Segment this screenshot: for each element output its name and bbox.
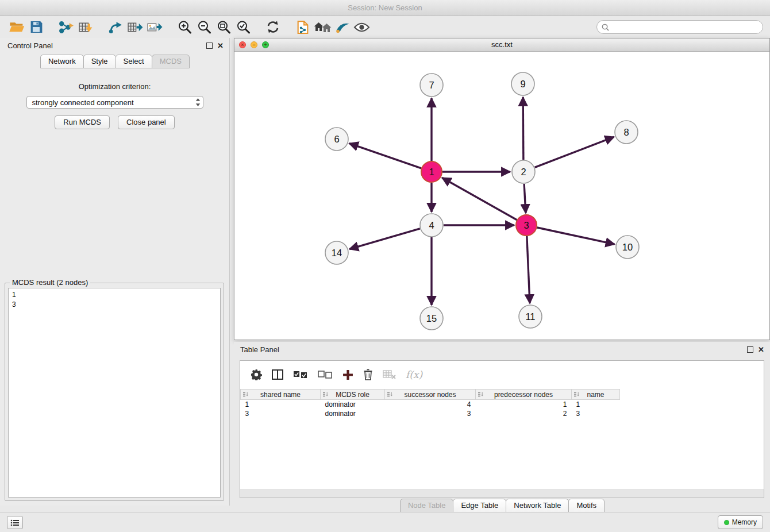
import-network-icon[interactable] xyxy=(56,18,76,36)
import-table-icon[interactable] xyxy=(76,18,95,36)
zoom-fit-icon[interactable] xyxy=(214,18,233,36)
export-image-icon[interactable] xyxy=(145,18,164,36)
table-cell[interactable]: 3 xyxy=(241,409,321,418)
toolbar-search[interactable] xyxy=(596,20,763,34)
graph-edge[interactable] xyxy=(527,236,530,303)
tab-style[interactable]: Style xyxy=(83,55,116,68)
column-header-predecessor-nodes[interactable]: predecessor nodes xyxy=(476,390,572,400)
delete-column-icon[interactable] xyxy=(363,369,373,380)
table-settings-gear-icon[interactable] xyxy=(251,369,262,380)
table-cell[interactable]: 2 xyxy=(476,409,572,418)
column-header-name[interactable]: name xyxy=(572,390,620,400)
graph-edge[interactable] xyxy=(535,137,614,167)
network-window-title: scc.txt xyxy=(491,40,513,49)
graph-node[interactable]: 8 xyxy=(615,121,638,144)
zoom-in-icon[interactable] xyxy=(175,18,194,36)
tab-mcds[interactable]: MCDS xyxy=(152,55,190,68)
table-row[interactable]: 3dominator323 xyxy=(241,409,620,418)
float-table-panel-icon[interactable] xyxy=(747,346,753,353)
apply-style-icon[interactable] xyxy=(332,18,352,36)
close-window-icon[interactable]: × xyxy=(239,41,246,48)
graph-node[interactable]: 11 xyxy=(519,305,542,328)
zoom-selected-icon[interactable] xyxy=(233,18,253,36)
table-horizontal-scrollbar[interactable] xyxy=(240,489,764,498)
close-table-panel-icon[interactable]: ✕ xyxy=(758,346,764,353)
close-panel-button[interactable]: Close panel xyxy=(118,115,175,129)
graph-node[interactable]: 4 xyxy=(420,214,443,237)
main-toolbar xyxy=(0,16,770,38)
table-cell[interactable]: 3 xyxy=(385,409,476,418)
graph-edge[interactable] xyxy=(537,228,615,244)
table-cell[interactable]: dominator xyxy=(321,409,385,418)
close-panel-icon[interactable]: ✕ xyxy=(217,42,224,49)
graph-edge[interactable] xyxy=(442,178,517,219)
column-header-shared-name[interactable]: shared name xyxy=(241,390,321,400)
new-network-from-selection-icon[interactable] xyxy=(293,18,313,36)
column-header-mcds-role[interactable]: MCDS role xyxy=(321,390,385,400)
table-cell[interactable]: 1 xyxy=(572,400,620,410)
graph-node[interactable]: 2 xyxy=(512,160,535,183)
tab-node-table[interactable]: Node Table xyxy=(400,499,454,512)
select-all-columns-icon[interactable] xyxy=(293,371,308,379)
zoom-out-icon[interactable] xyxy=(194,18,214,36)
svg-text:9: 9 xyxy=(520,79,525,89)
show-task-history-button[interactable] xyxy=(7,516,23,529)
memory-button[interactable]: Memory xyxy=(718,515,763,529)
tab-motifs[interactable]: Motifs xyxy=(568,499,605,512)
graph-node-selected[interactable]: 3 xyxy=(516,215,537,236)
open-session-icon[interactable] xyxy=(7,18,26,36)
graph-node[interactable]: 6 xyxy=(325,128,348,151)
run-mcds-button[interactable]: Run MCDS xyxy=(55,115,110,129)
show-hide-icon[interactable] xyxy=(352,18,371,36)
graph-edge[interactable] xyxy=(349,144,421,168)
graph-edge[interactable] xyxy=(523,97,523,160)
search-icon xyxy=(602,24,609,31)
tab-network-table[interactable]: Network Table xyxy=(506,499,569,512)
svg-text:1: 1 xyxy=(429,167,434,177)
network-window-titlebar[interactable]: × − + scc.txt xyxy=(234,38,769,52)
first-neighbors-icon[interactable] xyxy=(313,18,332,36)
column-header-successor-nodes[interactable]: successor nodes xyxy=(385,390,476,400)
show-column-panel-icon[interactable] xyxy=(272,369,283,380)
table-cell[interactable]: 1 xyxy=(241,400,321,410)
graph-node[interactable]: 9 xyxy=(511,72,534,95)
graph-node[interactable]: 14 xyxy=(325,241,348,264)
graph-node[interactable]: 15 xyxy=(420,307,443,330)
refresh-arrows-icon xyxy=(265,20,280,34)
tab-edge-table[interactable]: Edge Table xyxy=(453,499,506,512)
graph-edge[interactable] xyxy=(349,229,420,249)
select-stepper-icon xyxy=(195,98,201,107)
floppy-icon xyxy=(30,21,43,33)
table-cell[interactable]: dominator xyxy=(321,400,385,410)
table-cell[interactable]: 1 xyxy=(476,400,572,410)
graph-node[interactable]: 7 xyxy=(420,74,443,97)
network-graph[interactable]: 7968124314101511 xyxy=(234,52,769,340)
tab-network[interactable]: Network xyxy=(40,55,84,68)
tab-select[interactable]: Select xyxy=(116,55,152,68)
export-image-glyph-icon xyxy=(147,21,163,34)
minimize-window-icon[interactable]: − xyxy=(251,41,257,48)
mcds-result-line: 3 xyxy=(9,300,220,310)
sort-icon xyxy=(574,391,580,399)
export-network-icon[interactable] xyxy=(106,18,125,36)
save-session-icon[interactable] xyxy=(26,18,46,36)
criterion-select[interactable]: strongly connected component xyxy=(26,96,203,109)
graph-node[interactable]: 10 xyxy=(616,236,639,259)
table-row[interactable]: 1dominator411 xyxy=(241,400,620,410)
graph-edge[interactable] xyxy=(524,184,526,213)
svg-text:2: 2 xyxy=(521,167,526,177)
export-table-icon[interactable] xyxy=(125,18,145,36)
table-header-row: shared name MCDS role successor nodes pr… xyxy=(241,390,620,400)
zoom-window-icon[interactable]: + xyxy=(262,41,269,48)
node-table: shared name MCDS role successor nodes pr… xyxy=(240,389,620,418)
create-column-icon[interactable] xyxy=(342,369,353,380)
optimization-criterion-label: Optimization criterion: xyxy=(0,82,229,91)
deselect-all-columns-icon[interactable] xyxy=(318,371,333,379)
table-cell[interactable]: 3 xyxy=(572,409,620,418)
refresh-icon[interactable] xyxy=(263,18,283,36)
mcds-result-lines: 13 xyxy=(8,288,221,498)
graph-node-selected[interactable]: 1 xyxy=(421,161,442,182)
search-input[interactable] xyxy=(612,22,758,32)
table-cell[interactable]: 4 xyxy=(385,400,476,410)
float-panel-icon[interactable] xyxy=(206,43,213,49)
